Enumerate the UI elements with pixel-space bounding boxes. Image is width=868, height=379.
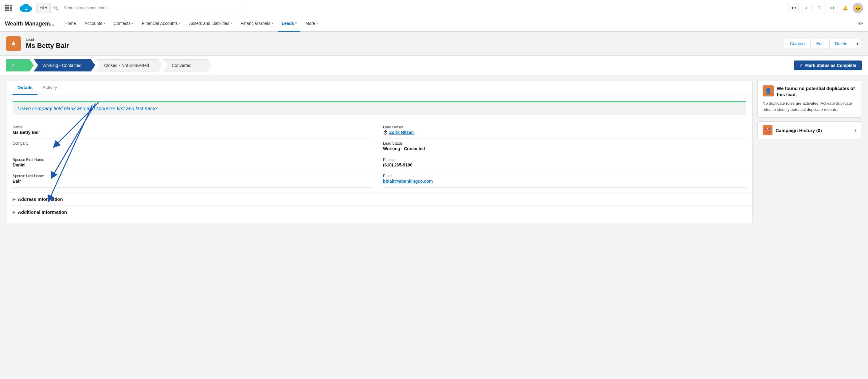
help-icon[interactable]: ? (814, 3, 825, 13)
top-bar-icons: ★▾ + ? ⚙ 🔔 🐱 (788, 3, 863, 13)
detail-grid: Name Ms Betty Bair ✏ Company ✏ Spouse Fi… (12, 123, 746, 188)
field-name: Name Ms Betty Bair ✏ (12, 123, 372, 139)
record-title-area: Lead Ms Betty Bair (26, 37, 779, 50)
notification-icon[interactable]: 🔔 (840, 3, 850, 13)
annotation-callout: Leave company field blank and add spouse… (12, 101, 746, 115)
salesforce-logo: ☁ (19, 3, 33, 12)
setup-icon[interactable]: ⚙ (827, 3, 837, 13)
user-avatar[interactable]: 🐱 (852, 3, 863, 13)
field-spouse-first-name: Spouse First Name Daniel ✏ (12, 155, 372, 171)
search-scope-all[interactable]: All ▾ (36, 3, 51, 13)
favorites-icon[interactable]: ★▾ (788, 3, 799, 13)
additional-section-row[interactable]: ▶ Additional Information (6, 206, 752, 218)
search-bar: All ▾ 🔍 (36, 3, 245, 13)
main-content: Details Activity Leave company field bla… (0, 75, 868, 229)
nav-chevron-contacts: ▾ (132, 22, 133, 25)
nav-chevron-leads: ▾ (295, 22, 297, 25)
search-icon: 🔍 (51, 5, 61, 10)
record-name: Ms Betty Bair (26, 42, 779, 50)
field-email: Email bblair@abankingco.com ✏ (383, 171, 746, 188)
path-bar: ✓ Working - Contacted Closed - Not Conve… (0, 56, 868, 75)
address-chevron-icon: ▶ (12, 197, 16, 201)
nav-item-assets-liabilities[interactable]: Assets and Liabilities ▾ (186, 15, 236, 32)
path-step-completed[interactable]: ✓ (6, 59, 34, 71)
nav-item-contacts[interactable]: Contacts ▾ (110, 15, 137, 32)
duplicate-card-title: We found no potential duplicates of this… (777, 85, 857, 97)
path-check-icon: ✓ (11, 63, 15, 68)
top-bar: ☁ All ▾ 🔍 ★▾ + ? ⚙ 🔔 🐱 (0, 0, 868, 16)
field-spouse-last-name: Spouse Last Name Bair ✏ (12, 171, 372, 188)
field-lead-owner: Lead Owner ⏱ Zorik Nitzan ✏ (383, 123, 746, 139)
delete-button[interactable]: Delete (830, 39, 853, 48)
search-input[interactable] (61, 3, 245, 13)
detail-section: Name Ms Betty Bair ✏ Company ✏ Spouse Fi… (6, 118, 752, 193)
record-header: ★ Lead Ms Betty Bair Convert Edit Delete… (0, 32, 868, 56)
field-company: Company ✏ (12, 139, 372, 155)
search-scope-chevron: ▾ (45, 5, 47, 10)
nav-item-leads[interactable]: Leads ▾ (278, 15, 300, 32)
nav-bar: Wealth Managem... Home Accounts ▾ Contac… (0, 16, 868, 32)
record-icon: ★ (6, 36, 21, 51)
lead-owner-icon: ⏱ (383, 130, 388, 136)
nav-edit-icon[interactable]: ✏ (859, 20, 863, 27)
campaign-chevron-icon: ▾ (855, 128, 857, 133)
mark-status-complete-button[interactable]: ✓ Mark Status as Complete (794, 61, 862, 70)
tabs: Details Activity (6, 81, 752, 95)
duplicate-card-icon: 👤 (763, 85, 774, 96)
nav-chevron-assets: ▾ (230, 22, 232, 25)
additional-chevron-icon: ▶ (12, 210, 16, 214)
nav-item-financial-goals[interactable]: Financial Goals ▾ (237, 15, 277, 32)
nav-chevron-financial-accounts: ▾ (179, 22, 181, 25)
nav-item-home[interactable]: Home (61, 15, 80, 32)
nav-item-accounts[interactable]: Accounts ▾ (81, 15, 109, 32)
tab-activity[interactable]: Activity (37, 81, 62, 95)
nav-item-more[interactable]: More ▾ (302, 15, 321, 32)
campaign-card-title: Campaign History (0) (776, 128, 822, 133)
field-lead-status: Lead Status Working - Contacted ✏ (383, 139, 746, 155)
right-panel: 👤 We found no potential duplicates of th… (757, 80, 862, 224)
record-actions: Convert Edit Delete ▾ (784, 39, 862, 48)
svg-text:☁: ☁ (24, 7, 28, 11)
duplicate-card: 👤 We found no potential duplicates of th… (757, 80, 862, 118)
campaign-icon: 🎯 (763, 125, 773, 135)
path-step-working-contacted[interactable]: Working - Contacted (34, 59, 95, 71)
nav-chevron-financial-goals: ▾ (272, 22, 273, 25)
actions-dropdown-button[interactable]: ▾ (853, 39, 862, 48)
record-type: Lead (26, 37, 779, 42)
nav-item-financial-accounts[interactable]: Financial Accounts ▾ (138, 15, 184, 32)
tab-details[interactable]: Details (12, 81, 37, 95)
duplicate-card-body: No duplicate rules are activated. Activa… (763, 100, 857, 113)
campaign-card-left: 🎯 Campaign History (0) (763, 125, 822, 135)
nav-chevron-more: ▾ (316, 22, 318, 25)
left-panel: Details Activity Leave company field bla… (6, 80, 752, 224)
duplicate-card-header: 👤 We found no potential duplicates of th… (763, 85, 857, 97)
app-launcher-icon[interactable] (5, 5, 12, 11)
convert-button[interactable]: Convert (784, 39, 811, 48)
app-name: Wealth Managem... (5, 21, 55, 27)
nav-chevron-accounts: ▾ (103, 22, 105, 25)
path-step-converted[interactable]: Converted (163, 59, 212, 71)
campaign-history-card[interactable]: 🎯 Campaign History (0) ▾ (757, 121, 862, 139)
edit-button[interactable]: Edit (811, 39, 829, 48)
address-section-row[interactable]: ▶ Address Information (6, 193, 752, 206)
add-icon[interactable]: + (801, 3, 811, 13)
path-step-closed-not-converted[interactable]: Closed - Not Converted (95, 59, 163, 71)
field-phone: Phone (610) 265-9100 ✏ (383, 155, 746, 171)
